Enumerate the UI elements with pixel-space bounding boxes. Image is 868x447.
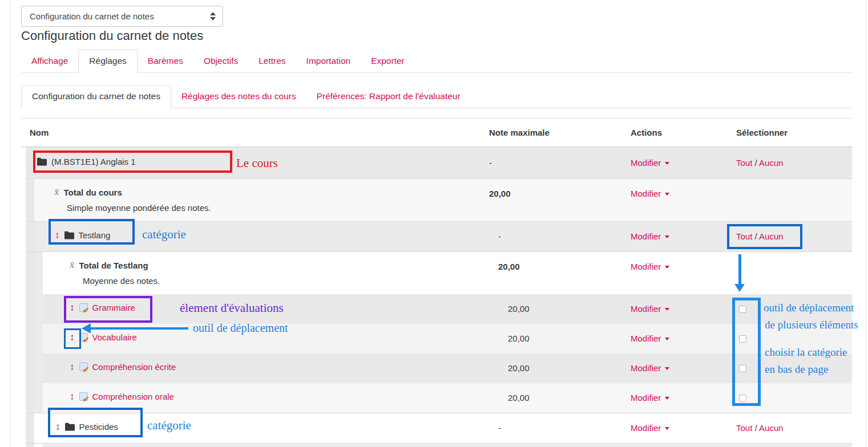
chevron-down-icon xyxy=(665,427,669,430)
left-arrow-head xyxy=(82,323,91,334)
item-name-link[interactable]: Compréhension écrite xyxy=(92,362,176,372)
primary-tabs: Affichage Réglages Barèmes Objectifs Let… xyxy=(21,49,852,73)
folder-icon xyxy=(37,157,47,166)
select-updown-icon xyxy=(210,12,216,21)
item-max-grade: 20,00 xyxy=(508,304,530,314)
category-select-cell: Tout / Aucun xyxy=(736,231,784,241)
col-header-nom: Nom xyxy=(30,128,49,137)
category-total-name-cell: x̄ Total de Testlang xyxy=(70,259,148,271)
item-actions-cell: Modifier xyxy=(631,363,669,373)
move-icon[interactable]: ↕ xyxy=(70,303,75,312)
modifier-link[interactable]: Modifier xyxy=(631,189,661,198)
chevron-down-icon xyxy=(665,397,669,400)
select-item-checkbox[interactable] xyxy=(739,395,746,402)
category-total-max-grade: 20,00 xyxy=(498,262,520,271)
modifier-link[interactable]: Modifier xyxy=(631,304,661,314)
category-name-cell: ↕ Testlang xyxy=(55,230,110,240)
gradebook-setup-page: Configuration du carnet de notes Configu… xyxy=(0,0,868,447)
chevron-down-icon xyxy=(665,162,669,165)
tab-baremes[interactable]: Barèmes xyxy=(138,50,193,72)
tab-exporter[interactable]: Exporter xyxy=(361,50,415,72)
item-actions-cell: Modifier xyxy=(631,334,669,343)
item-name-cell: ↕ ✔ Vocabulaire xyxy=(70,332,137,342)
down-arrow-icon xyxy=(738,254,741,285)
select-separator: / xyxy=(755,423,757,433)
tab-reglages[interactable]: Réglages xyxy=(78,50,138,73)
category-max-grade: - xyxy=(498,231,501,241)
course-actions-cell: Modifier xyxy=(631,158,669,168)
chevron-down-icon xyxy=(665,308,669,311)
subtab-preferences-rapport[interactable]: Préférences: Rapport de l'évaluateur xyxy=(306,86,471,108)
select-item-checkbox[interactable] xyxy=(739,335,746,343)
course-total-name-cell: x̄ Total du cours xyxy=(54,186,122,198)
category-actions-cell: Modifier xyxy=(631,231,669,241)
course-total-aggregation: Simple moyenne pondérée des notes. xyxy=(67,203,211,213)
move-icon[interactable]: ↕ xyxy=(70,392,75,401)
course-max-grade: - xyxy=(489,158,492,168)
modifier-link[interactable]: Modifier xyxy=(631,334,661,343)
category-total-name: Total de Testlang xyxy=(79,261,148,270)
grade-item-icon: ✔ xyxy=(79,392,88,401)
category-total-actions-cell: Modifier xyxy=(631,262,669,271)
select-none-link[interactable]: Aucun xyxy=(759,423,784,433)
move-icon[interactable]: ↕ xyxy=(70,362,75,372)
folder-icon xyxy=(64,231,74,239)
table-row-category-testlang: ↕ Testlang - Modifier Tout / Aucun xyxy=(0,221,868,251)
course-name-link[interactable]: (M.BST1E1) Anglais 1 xyxy=(51,157,136,166)
select-item-checkbox[interactable] xyxy=(739,365,746,372)
modifier-link[interactable]: Modifier xyxy=(631,363,661,373)
item-max-grade: 20,00 xyxy=(508,334,530,343)
tab-lettres[interactable]: Lettres xyxy=(248,50,296,72)
move-icon[interactable]: ↕ xyxy=(55,422,60,432)
select-none-link[interactable]: Aucun xyxy=(759,231,784,241)
subtab-reglages-notes-cours[interactable]: Réglages des notes du cours xyxy=(171,86,306,108)
course-total-name: Total du cours xyxy=(64,188,122,197)
col-header-actions: Actions xyxy=(631,128,662,137)
category-name-link[interactable]: Testlang xyxy=(79,230,111,240)
tab-objectifs[interactable]: Objectifs xyxy=(193,50,248,72)
gradebook-view-select[interactable]: Configuration du carnet de notes xyxy=(21,6,223,27)
item-actions-cell: Modifier xyxy=(631,304,669,314)
tab-affichage[interactable]: Affichage xyxy=(21,50,78,72)
page-title: Configuration du carnet de notes xyxy=(21,29,203,43)
item-name-cell: ↕ ✔ Compréhension écrite xyxy=(70,362,176,372)
modifier-link[interactable]: Modifier xyxy=(631,262,661,271)
modifier-link[interactable]: Modifier xyxy=(631,423,661,433)
grade-item-icon: ✔ xyxy=(79,363,88,371)
item-name-link[interactable]: Compréhension orale xyxy=(92,392,174,401)
secondary-tabs: Configuration du carnet de notes Réglage… xyxy=(21,84,852,108)
select-all-link[interactable]: Tout xyxy=(736,158,752,168)
select-item-checkbox[interactable] xyxy=(739,306,746,313)
table-row-item-comprehension-orale: ↕ ✔ Compréhension orale 20,00 Modifier xyxy=(0,383,868,413)
item-name-cell: ↕ ✔ Grammaire xyxy=(70,303,135,312)
gradebook-view-select-value: Configuration du carnet de notes xyxy=(30,11,210,21)
col-header-selectionner: Sélectionner xyxy=(736,128,788,137)
course-select-cell: Tout / Aucun xyxy=(736,158,784,168)
move-icon[interactable]: ↕ xyxy=(70,332,75,342)
category-name-cell: ↕ Pesticides xyxy=(55,422,118,432)
modifier-link[interactable]: Modifier xyxy=(631,231,661,241)
select-all-link[interactable]: Tout xyxy=(736,231,752,241)
chevron-down-icon xyxy=(665,266,669,269)
grade-item-icon: ✔ xyxy=(79,333,88,342)
item-name-link[interactable]: Grammaire xyxy=(92,303,135,312)
category-total-aggregation: Moyenne des notes. xyxy=(83,276,160,286)
select-none-link[interactable]: Aucun xyxy=(759,158,784,168)
left-arrow-icon xyxy=(90,327,188,330)
mean-icon: x̄ xyxy=(54,186,59,198)
move-icon[interactable]: ↕ xyxy=(55,230,60,240)
table-row-item-comprehension-ecrite: ↕ ✔ Compréhension écrite 20,00 Modifier xyxy=(0,353,868,383)
course-total-max-grade: 20,00 xyxy=(489,189,511,198)
select-all-link[interactable]: Tout xyxy=(736,423,752,433)
subtab-configuration[interactable]: Configuration du carnet de notes xyxy=(21,85,171,108)
col-header-note-maximale: Note maximale xyxy=(489,128,550,137)
category-name-link[interactable]: Pesticides xyxy=(79,422,118,432)
modifier-link[interactable]: Modifier xyxy=(631,393,661,403)
item-name-link[interactable]: Vocabulaire xyxy=(92,332,137,342)
course-name-cell: (M.BST1E1) Anglais 1 xyxy=(37,157,136,166)
chevron-down-icon xyxy=(665,338,669,340)
modifier-link[interactable]: Modifier xyxy=(631,158,661,168)
item-max-grade: 20,00 xyxy=(508,393,530,403)
tab-importation[interactable]: Importation xyxy=(296,50,361,72)
table-row-item-grammaire: ↕ ✔ Grammaire 20,00 Modifier xyxy=(0,294,868,324)
